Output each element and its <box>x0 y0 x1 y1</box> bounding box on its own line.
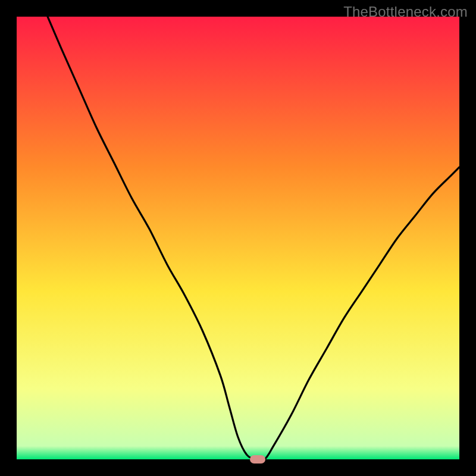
chart-plot-area <box>17 17 459 459</box>
minimum-point-marker <box>250 455 265 464</box>
watermark-text: TheBottleneck.com <box>343 4 468 20</box>
chart-background-gradient <box>17 17 459 459</box>
chart-frame <box>17 17 459 459</box>
